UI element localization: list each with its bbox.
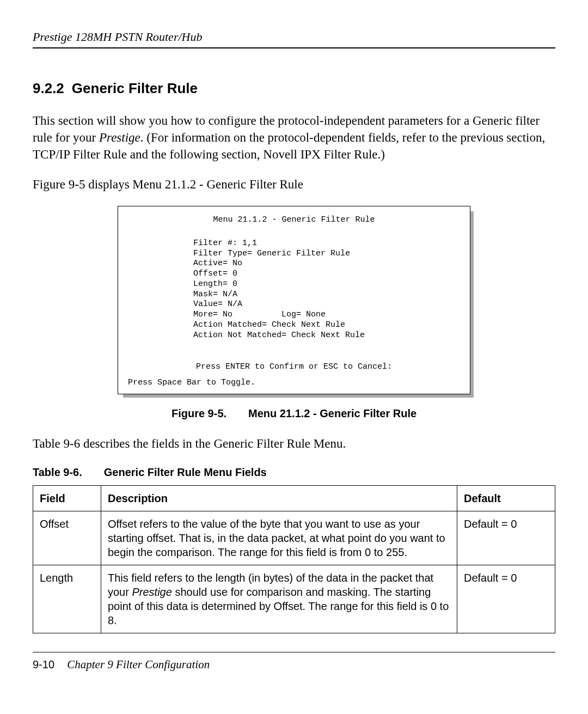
running-header: Prestige 128MH PSTN Router/Hub <box>33 30 555 48</box>
terminal-field-mask: Mask= N/A <box>193 290 460 300</box>
table-caption-label: Table 9-6. <box>33 466 82 478</box>
table-caption-text: Generic Filter Rule Menu Fields <box>104 466 267 478</box>
section-number: 9.2.2 <box>33 80 64 96</box>
table-cell-default: Default = 0 <box>457 511 555 565</box>
terminal-menu-title: Menu 21.1.2 - Generic Filter Rule <box>128 215 460 225</box>
paragraph-intro-italic: Prestige <box>99 131 140 144</box>
paragraph-figure-reference: Figure 9-5 displays Menu 21.1.2 - Generi… <box>33 176 555 193</box>
table-cell-description: This field refers to the length (in byte… <box>101 565 457 633</box>
table-cell-field: Length <box>33 565 101 633</box>
section-title: Generic Filter Rule <box>72 80 198 96</box>
table-header-row: Field Description Default <box>33 485 555 511</box>
table-header-default: Default <box>457 485 555 511</box>
terminal-field-offset: Offset= 0 <box>193 269 460 279</box>
table-cell-desc-prefix: Offset refers to the value of the byte t… <box>108 518 445 558</box>
table-row: Length This field refers to the length (… <box>33 565 555 633</box>
figure-caption: Figure 9-5.Menu 21.1.2 - Generic Filter … <box>33 407 555 420</box>
terminal-field-length: Length= 0 <box>193 279 460 290</box>
paragraph-intro: This section will show you how to config… <box>33 112 555 163</box>
terminal-confirm-line: Press ENTER to Confirm or ESC to Cancel: <box>128 362 460 373</box>
table-cell-default: Default = 0 <box>457 565 555 633</box>
figure-caption-text: Menu 21.1.2 - Generic Filter Rule <box>248 407 416 419</box>
figure-wrapper: Menu 21.1.2 - Generic Filter Rule Filter… <box>118 206 470 394</box>
page-number: 9-10 <box>33 658 54 670</box>
table-header-field: Field <box>33 485 101 511</box>
fields-table: Field Description Default Offset Offset … <box>33 485 555 633</box>
terminal-field-active: Active= No <box>193 259 460 269</box>
paragraph-table-reference: Table 9-6 describes the fields in the Ge… <box>33 435 555 452</box>
terminal-field-filter-no: Filter #: 1,1 <box>193 239 460 249</box>
terminal-fields: Filter #: 1,1 Filter Type= Generic Filte… <box>193 239 460 341</box>
terminal-field-filter-type: Filter Type= Generic Filter Rule <box>193 249 460 259</box>
terminal-box: Menu 21.1.2 - Generic Filter Rule Filter… <box>118 206 470 394</box>
figure-caption-label: Figure 9-5. <box>171 407 226 419</box>
table-row: Offset Offset refers to the value of the… <box>33 511 555 565</box>
footer-chapter-title: Chapter 9 Filter Configuration <box>67 658 210 671</box>
table-header-description: Description <box>101 485 457 511</box>
terminal-field-more-log: More= No Log= None <box>193 310 460 320</box>
table-cell-field: Offset <box>33 511 101 565</box>
page-footer: 9-10 Chapter 9 Filter Configuration <box>33 652 555 672</box>
table-caption: Table 9-6.Generic Filter Rule Menu Field… <box>33 466 555 479</box>
terminal-field-action-matched: Action Matched= Check Next Rule <box>193 320 460 331</box>
section-heading: 9.2.2Generic Filter Rule <box>33 80 555 97</box>
terminal-field-value: Value= N/A <box>193 300 460 310</box>
terminal-field-action-not-matched: Action Not Matched= Check Next Rule <box>193 331 460 341</box>
table-cell-desc-italic: Prestige <box>132 586 171 598</box>
table-cell-description: Offset refers to the value of the byte t… <box>101 511 457 565</box>
document-page: Prestige 128MH PSTN Router/Hub 9.2.2Gene… <box>0 0 588 714</box>
terminal-spacebar-line: Press Space Bar to Toggle. <box>128 378 460 388</box>
